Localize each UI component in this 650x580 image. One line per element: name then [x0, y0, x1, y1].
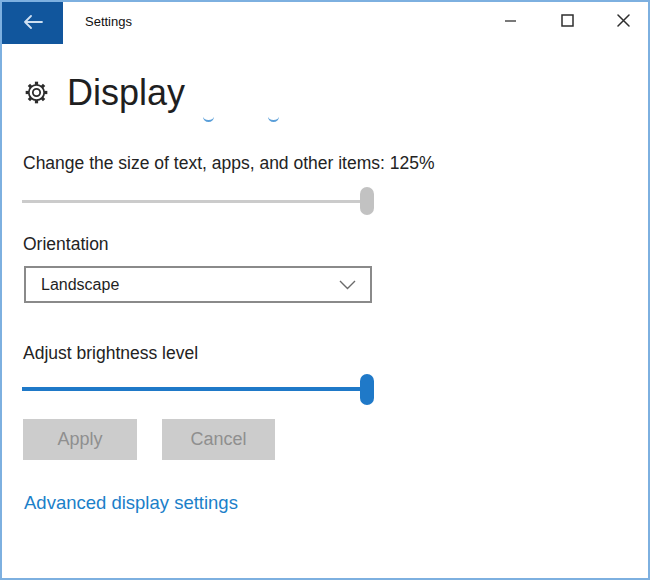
titlebar[interactable]: Settings: [2, 2, 648, 44]
back-arrow-icon: [23, 15, 43, 32]
orientation-selected-value: Landscape: [41, 276, 339, 294]
page-title: Display: [67, 74, 185, 112]
minimize-icon: [505, 15, 517, 30]
scaling-label: Change the size of text, apps, and other…: [23, 153, 435, 174]
orientation-dropdown[interactable]: Landscape: [24, 266, 372, 303]
cancel-button[interactable]: Cancel: [162, 419, 275, 460]
brightness-label: Adjust brightness level: [23, 343, 198, 364]
brightness-slider-thumb[interactable]: [360, 374, 374, 405]
close-icon: [617, 14, 630, 30]
brightness-slider-track[interactable]: [22, 387, 374, 391]
minimize-button[interactable]: [494, 6, 528, 38]
page-header: Display: [24, 74, 185, 112]
advanced-display-settings-link[interactable]: Advanced display settings: [24, 492, 238, 514]
settings-window: Settings: [0, 0, 650, 580]
gear-icon: [24, 80, 49, 109]
close-button[interactable]: [606, 6, 640, 38]
brightness-slider[interactable]: [22, 374, 374, 404]
scaling-slider[interactable]: [22, 186, 374, 216]
scaling-slider-track[interactable]: [22, 200, 374, 203]
orientation-label: Orientation: [23, 234, 109, 255]
back-button[interactable]: [2, 2, 63, 44]
maximize-button[interactable]: [550, 6, 584, 38]
clipped-link-fragment: [268, 116, 279, 122]
scaling-slider-thumb[interactable]: [360, 187, 374, 215]
clipped-link-fragment: [203, 116, 214, 122]
window-title: Settings: [85, 14, 132, 29]
apply-button[interactable]: Apply: [23, 419, 137, 460]
maximize-icon: [561, 14, 574, 30]
chevron-down-icon: [339, 276, 356, 294]
